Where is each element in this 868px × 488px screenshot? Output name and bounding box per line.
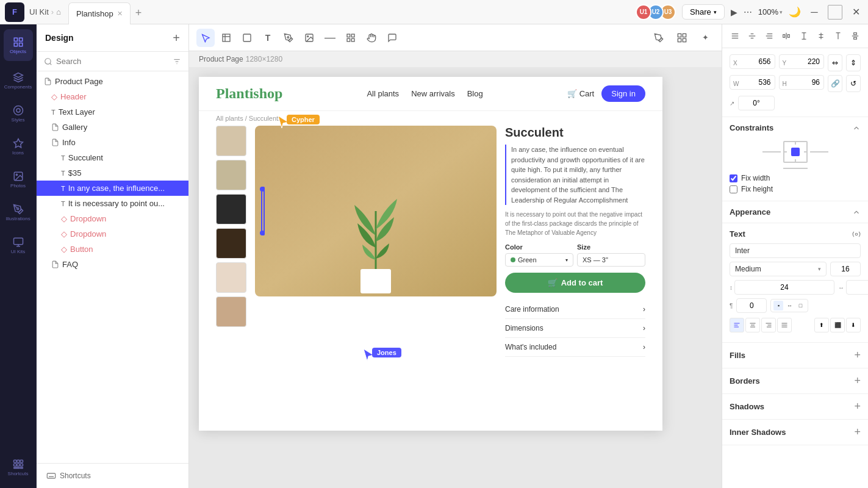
grid-layout-tool[interactable] [342, 29, 360, 47]
signin-button[interactable]: Sign in [601, 85, 645, 102]
accordion-dimensions[interactable]: Dimensions› [505, 319, 645, 338]
flip-h-icon[interactable]: ⇔ [828, 54, 842, 71]
add-border-icon[interactable]: + [854, 375, 861, 387]
layer-item-gallery[interactable]: Gallery [37, 120, 188, 135]
align-right-icon[interactable] [762, 29, 776, 43]
text-align-left-icon[interactable] [730, 318, 744, 332]
accordion-care[interactable]: Care information› [505, 300, 645, 319]
constraints-header[interactable]: Constraints [722, 117, 868, 138]
layer-item-button[interactable]: ◇ Button [37, 242, 188, 257]
sidebar-item-components[interactable]: Components [4, 65, 33, 96]
align-left-icon[interactable] [728, 29, 742, 43]
refresh-icon[interactable]: ↺ [846, 75, 861, 92]
color-select[interactable]: Green ▾ [505, 253, 573, 267]
sidebar-item-styles[interactable]: Styles [4, 98, 33, 129]
breadcrumb-uikit[interactable]: UI Kit [29, 7, 49, 16]
text-valign-bottom-icon[interactable]: ⬇ [846, 318, 861, 332]
draw-tool[interactable] [650, 29, 668, 47]
align-middle-icon[interactable] [814, 29, 828, 43]
thumb-1[interactable] [216, 126, 246, 156]
add-shadow-icon[interactable]: + [854, 400, 861, 413]
text-align-justify-icon[interactable] [777, 318, 792, 332]
letter-spacing-input[interactable] [846, 280, 868, 295]
text-align-right-icon[interactable] [761, 318, 776, 332]
appearance-header[interactable]: Apperance [722, 201, 868, 223]
layer-item-price[interactable]: T $35 [37, 165, 188, 181]
text-tool[interactable]: T [259, 29, 277, 47]
align-bottom-icon[interactable] [831, 29, 845, 43]
nav-new-arrivals[interactable]: New arrivals [411, 89, 455, 98]
nav-all-plants[interactable]: All plants [367, 89, 399, 98]
align-center-h-icon[interactable] [745, 29, 759, 43]
add-fill-icon[interactable]: + [854, 349, 861, 362]
tab-add[interactable]: + [131, 2, 147, 24]
text-settings-icon[interactable] [852, 230, 861, 239]
thumb-5[interactable] [216, 262, 246, 293]
layer-item-faq[interactable]: FAQ [37, 257, 188, 272]
nav-blog[interactable]: Blog [467, 89, 483, 98]
cart-link[interactable]: 🛒 Cart [567, 89, 595, 98]
window-close-icon[interactable]: ✕ [848, 5, 863, 20]
text-clip-icon[interactable]: □ [795, 301, 805, 310]
align-top-icon[interactable] [797, 29, 811, 43]
layer-item-necessary[interactable]: T It is necessary to point ou... [37, 196, 188, 211]
rect-tool[interactable] [238, 29, 256, 47]
group-tool[interactable] [673, 29, 691, 47]
sidebar-item-illustrations[interactable]: Illustrations [4, 196, 33, 228]
layer-item-dropdown1[interactable]: ◇ Dropdown [37, 211, 188, 226]
frame-tool[interactable] [217, 29, 235, 47]
distribute-v-icon[interactable] [848, 29, 862, 43]
sidebar-item-icons[interactable]: Icons [4, 131, 33, 162]
add-inner-shadow-icon[interactable]: + [854, 426, 861, 439]
window-maximize-icon[interactable] [828, 5, 842, 20]
thumb-6[interactable] [216, 296, 246, 327]
thumb-4[interactable] [216, 228, 246, 259]
font-weight-select[interactable]: Medium ▾ [730, 262, 827, 276]
text-valign-top-icon[interactable]: ⬆ [814, 318, 829, 332]
layer-item-product-page[interactable]: Product Page [37, 74, 188, 89]
lock-ratio-icon[interactable]: 🔗 [828, 75, 842, 92]
line-height-input[interactable] [734, 280, 834, 295]
select-tool[interactable] [196, 29, 215, 47]
sidebar-item-uikits[interactable]: UI Kits [4, 229, 33, 261]
text-transform-none[interactable]: ▪ [773, 301, 783, 310]
layer-item-influence[interactable]: T In any case, the influence... [37, 181, 188, 196]
layer-item-info[interactable]: Info [37, 135, 188, 150]
home-icon[interactable]: ⌂ [56, 7, 61, 16]
layer-item-text-layer[interactable]: T Text Layer [37, 104, 188, 120]
rotation-input[interactable] [738, 96, 775, 110]
hand-tool[interactable] [362, 29, 381, 47]
share-button[interactable]: Share ▾ [682, 4, 725, 20]
comment-tool[interactable] [383, 29, 401, 47]
text-overflow-icon[interactable]: ↔ [784, 301, 794, 310]
paragraph-spacing-input[interactable] [736, 298, 767, 313]
fix-width-checkbox[interactable] [730, 174, 737, 182]
text-align-center-icon[interactable] [745, 318, 760, 332]
shortcuts-bottom[interactable]: Shortcuts [37, 463, 188, 488]
sidebar-item-objects[interactable]: Objects [4, 29, 33, 61]
distribute-h-icon[interactable] [780, 29, 793, 43]
text-valign-middle-icon[interactable]: ⬛ [830, 318, 845, 332]
add-to-cart-button[interactable]: 🛒 Add to cart [505, 273, 645, 293]
canvas-viewport[interactable]: Plantishop All plants New arrivals Blog … [189, 67, 722, 488]
search-input[interactable] [56, 57, 169, 66]
zoom-control[interactable]: 100% ▾ [758, 7, 783, 16]
grid-icon[interactable]: ⋯ [744, 7, 752, 17]
shortcuts-btn[interactable]: Shortcuts [4, 451, 33, 483]
fix-height-checkbox[interactable] [730, 185, 737, 193]
magic-tool[interactable]: ✦ [696, 29, 714, 47]
minus-tool[interactable]: — [321, 29, 339, 47]
filter-icon[interactable] [173, 57, 181, 66]
add-layer-icon[interactable]: + [173, 32, 180, 44]
layer-item-header[interactable]: ◇ Header [37, 89, 188, 104]
sidebar-item-photos[interactable]: Photos [4, 163, 33, 195]
flip-v-icon[interactable]: ⇕ [846, 54, 861, 71]
size-select[interactable]: XS — 3" [577, 253, 645, 267]
font-size-input[interactable] [830, 262, 861, 276]
layer-item-succulent[interactable]: T Succulent [37, 150, 188, 165]
thumb-2[interactable] [216, 160, 246, 190]
app-logo[interactable]: F [5, 2, 24, 22]
tab-close-icon[interactable]: ✕ [117, 10, 123, 18]
layer-item-dropdown2[interactable]: ◇ Dropdown [37, 226, 188, 242]
dark-mode-icon[interactable]: 🌙 [789, 6, 801, 18]
